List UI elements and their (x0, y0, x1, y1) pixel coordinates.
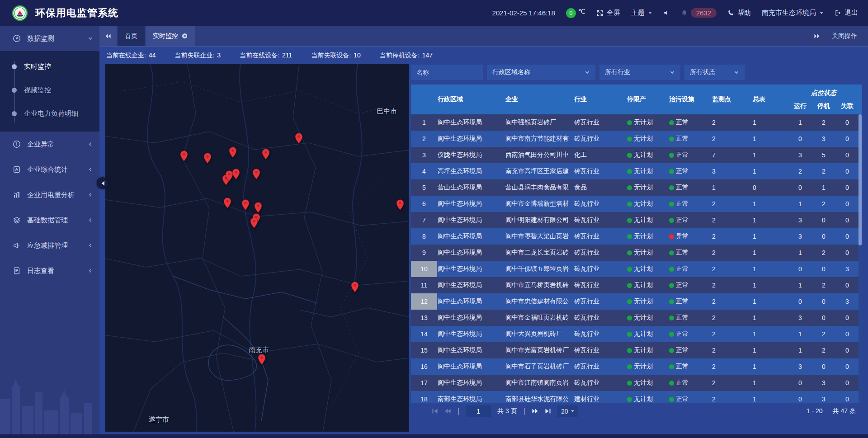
map-pin[interactable] (224, 198, 231, 208)
region-filter-select[interactable]: 行政区域名称 (487, 65, 595, 80)
table-row[interactable]: 6阆中生态环境局阆中市金博瑞新型墙材砖瓦行业无计划正常21120 (411, 196, 862, 212)
status-dot-icon (627, 250, 632, 255)
chevron-down-icon (585, 70, 590, 75)
cell-meter-count: 1 (745, 261, 783, 277)
cell-lost-count: 0 (835, 131, 859, 147)
bullet-dot-icon (12, 88, 17, 93)
cell-industry: 砖瓦行业 (574, 293, 623, 310)
cell-index: 7 (411, 212, 437, 228)
sidebar-item-5[interactable]: 应急减排管理 (0, 233, 99, 258)
map-pin[interactable] (351, 282, 359, 292)
previous-page-button[interactable] (444, 408, 451, 414)
chevron-down-icon (88, 36, 93, 41)
status-dot-icon (627, 299, 632, 304)
org-dropdown[interactable]: 南充市生态环境局 (762, 9, 824, 17)
map-pin[interactable] (232, 169, 240, 179)
table-row[interactable]: 12阆中生态环境局阆中市忠信建材有限公砖瓦行业无计划正常21003 (411, 293, 862, 310)
status-dot-icon (627, 137, 632, 141)
last-page-button[interactable] (545, 408, 551, 414)
cell-region: 阆中生态环境局 (437, 261, 505, 277)
map-pin[interactable] (255, 202, 262, 213)
map-pin[interactable] (396, 199, 404, 210)
sidebar-item-6[interactable]: 日志查看 (0, 258, 99, 283)
table-row[interactable]: 11阆中生态环境局阆中市五马桥页岩机砖砖瓦行业无计划正常21120 (411, 277, 862, 293)
table-row[interactable]: 7阆中生态环境局阆中明阳建材有限公司砖瓦行业无计划正常21300 (411, 212, 862, 228)
chevron-down-icon (819, 11, 824, 15)
notification-count-badge: 2632 (691, 8, 717, 18)
table-row[interactable]: 10阆中生态环境局阆中千佛镇五郎垭页岩砖瓦行业无计划正常21003 (411, 261, 862, 277)
table-row[interactable]: 4高坪生态环境局南充市高坪区王家店建砖瓦行业无计划正常31220 (411, 163, 862, 179)
table-row[interactable]: 9阆中生态环境局阆中市二龙长宝页岩砖砖瓦行业无计划正常21120 (411, 245, 862, 261)
map-pin[interactable] (295, 133, 303, 144)
table-row[interactable]: 2阆中生态环境局阆中市南方节能建材有砖瓦行业无计划正常21030 (411, 131, 862, 147)
table-row[interactable]: 14阆中生态环境局阆中大兴页岩机砖厂砖瓦行业无计划正常21120 (411, 326, 862, 342)
cell-lost-count: 3 (835, 261, 859, 277)
name-filter-input[interactable] (416, 69, 477, 76)
map-pin[interactable] (252, 169, 260, 179)
sidebar-subitem-1[interactable]: 视频监控 (0, 78, 99, 102)
cell-index: 11 (411, 277, 437, 293)
map-pin[interactable] (241, 199, 249, 210)
page-title: 环保用电监管系统 (35, 6, 118, 20)
cell-facility-status: 正常 (667, 163, 708, 179)
name-filter-field[interactable] (411, 65, 483, 80)
map-pin[interactable] (250, 217, 258, 228)
cell-company: 南部县硅华水泥有限公 (505, 391, 574, 403)
fullscreen-button[interactable]: 全屏 (596, 9, 620, 17)
map-pin[interactable] (229, 147, 237, 158)
map-pin[interactable] (203, 153, 211, 164)
table-row[interactable]: 18南部生态环境局南部县硅华水泥有限公建材行业无计划正常21030 (411, 391, 862, 403)
tab-1[interactable]: 实时监控 (146, 26, 195, 46)
cell-halt-count: 1 (812, 179, 835, 196)
tab-0[interactable]: 首页 (118, 26, 145, 46)
col-header-stop: 停限产 (623, 85, 667, 114)
table-row[interactable]: 8阆中生态环境局阆中市枣碧大梁山页岩砖瓦行业无计划异常21300 (411, 228, 862, 245)
logout-button[interactable]: 退出 (835, 9, 858, 17)
close-operations-button[interactable]: 关闭操作 (832, 32, 857, 40)
table-row[interactable]: 5营山生态环境局营山县润丰肉食品有限食品无计划正常10010 (411, 179, 862, 196)
tabs-scroll-right-button[interactable] (814, 33, 820, 39)
chevron-left-icon (101, 181, 105, 186)
table-scrollbar-thumb[interactable] (859, 114, 862, 245)
sidebar-subitem-2[interactable]: 企业电力负荷明细 (0, 102, 99, 125)
status-dot-icon (669, 218, 674, 223)
help-button[interactable]: 帮助 (727, 9, 751, 17)
theme-dropdown[interactable]: 主题 (631, 9, 652, 17)
sidebar-item-0[interactable]: 数据监测 (0, 26, 99, 51)
sidebar-item-4[interactable]: 基础数据管理 (0, 207, 99, 233)
cell-halt-count: 0 (812, 261, 835, 277)
mute-speaker-button[interactable] (663, 9, 670, 16)
map-pin[interactable] (262, 149, 269, 160)
map-pin[interactable] (180, 151, 188, 161)
table-row[interactable]: 1阆中生态环境局阆中强锐页岩砖厂砖瓦行业无计划正常21120 (411, 114, 862, 131)
table-row[interactable]: 17阆中生态环境局阆中市江南镇阆南页岩砖瓦行业无计划正常21030 (411, 375, 862, 391)
table-row[interactable]: 13阆中生态环境局阆中市金福旺页岩机砖砖瓦行业无计划正常21300 (411, 310, 862, 326)
map-panel[interactable]: 巴中市南充市遂宁市 (105, 64, 409, 432)
sidebar-item-1[interactable]: 企业异常 (0, 132, 99, 157)
cell-facility-status: 正常 (667, 293, 708, 310)
layers-icon (13, 216, 22, 224)
table-scrollbar[interactable] (859, 114, 862, 403)
cell-lost-count: 3 (835, 293, 859, 310)
first-page-button[interactable] (432, 408, 438, 414)
table-row[interactable]: 16阆中生态环境局阆中市石子页岩机砖厂砖瓦行业无计划正常21300 (411, 358, 862, 375)
cell-lost-count: 0 (835, 245, 859, 261)
table-row[interactable]: 3仪陇生态环境局西南油气田分公司川中化工无计划正常71350 (411, 147, 862, 163)
status-filter-select[interactable]: 所有状态 (684, 65, 745, 80)
sidebar-item-3[interactable]: 企业用电量分析 (0, 182, 99, 207)
page-size-select[interactable]: 20 (557, 405, 579, 417)
sidebar-subitem-0[interactable]: 实时监控 (0, 55, 99, 78)
industry-filter-select[interactable]: 所有行业 (599, 65, 680, 80)
cell-halt-count: 2 (812, 342, 835, 358)
map-pin[interactable] (258, 354, 266, 365)
page-number-input[interactable]: 1 (466, 405, 491, 417)
close-tab-icon[interactable] (182, 33, 188, 39)
notifications[interactable]: 2632 (681, 8, 717, 18)
tabs-scroll-left-button[interactable] (99, 26, 117, 46)
sidebar-collapse-button[interactable] (97, 177, 108, 189)
cell-monitor-count: 2 (708, 261, 745, 277)
next-page-button[interactable] (532, 408, 538, 414)
table-row[interactable]: 15阆中生态环境局阆中市光富页岩机砖厂砖瓦行业无计划正常21120 (411, 342, 862, 358)
sidebar-item-2[interactable]: 企业综合统计 (0, 157, 99, 182)
cell-region: 阆中生态环境局 (437, 342, 505, 358)
